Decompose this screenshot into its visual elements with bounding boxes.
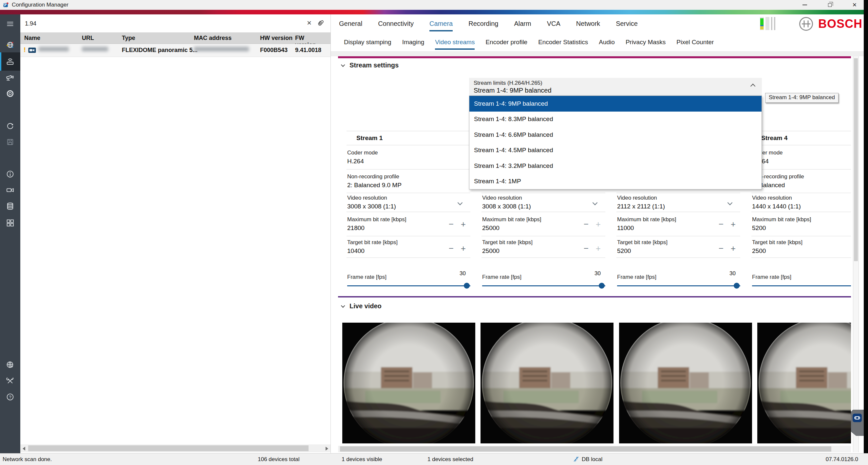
decrement-button[interactable]: − [584,220,589,228]
increment-button[interactable]: + [461,220,466,228]
slider-handle[interactable] [464,283,470,289]
non-recording-profile-value: 4: Balanced [752,181,851,189]
dropdown-option[interactable]: Stream 1-4: 9MP balanced [469,96,762,111]
bosch-logo: BOSCH [799,16,862,31]
decrement-button[interactable]: − [584,244,589,253]
minimize-button[interactable] [800,0,810,9]
chevron-down-icon [341,304,345,308]
menu-icon[interactable] [0,15,20,33]
bosch-anchor-icon [799,16,814,31]
live-video-header[interactable]: Live video [342,302,381,310]
slider-handle[interactable] [599,283,604,289]
remote-arrows-icon[interactable] [852,413,862,422]
main-vscrollbar[interactable] [853,56,859,452]
dropdown-option[interactable]: Stream 1-4: 8.3MP balanced [469,111,762,127]
device-panel-hscrollbar[interactable] [20,444,331,452]
tab-service[interactable]: Service [616,14,638,33]
hscroll-thumb[interactable] [28,445,309,451]
video-resolution-label: Video resolution [752,195,851,201]
increment-button[interactable]: + [731,244,736,253]
cctv-camera-icon[interactable] [0,68,20,87]
svg-text:?: ? [9,395,11,400]
db-local-label[interactable]: DB local [582,456,602,463]
decrement-button[interactable]: − [719,220,723,228]
video-resolution-value: 3008 x 3008 (1:1) [347,203,470,210]
coder-mode-label: Coder mode [347,150,470,156]
live-video-icon[interactable] [0,181,20,199]
settings-gear-icon[interactable] [0,85,20,103]
tab-vca[interactable]: VCA [547,14,560,33]
grid-icon[interactable] [0,214,20,232]
frame-rate-slider[interactable] [752,283,851,289]
device-table-header: Name URL Type MAC address HW version FW … [20,33,331,44]
devices-icon[interactable] [0,52,20,71]
frame-rate-slider[interactable] [347,283,470,289]
main-hscrollbar[interactable] [338,446,851,452]
subtab-imaging[interactable]: Imaging [402,33,425,52]
tab-network[interactable]: Network [576,14,600,33]
restore-button[interactable] [825,0,835,9]
device-hw-version: F000B543 [260,47,287,54]
search-input[interactable] [25,19,300,28]
subtab-video-streams[interactable]: Video streams [435,33,475,52]
slider-handle[interactable] [734,283,740,289]
tab-recording[interactable]: Recording [468,14,498,33]
frame-rate-slider[interactable] [617,283,740,289]
scroll-left-icon[interactable] [23,447,25,451]
increment-button[interactable]: + [596,244,601,253]
database-icon[interactable] [0,197,20,215]
increment-button[interactable]: + [731,220,736,228]
subtab-display-stamping[interactable]: Display stamping [344,33,392,52]
column-header-hw[interactable]: HW version [260,35,292,41]
close-button[interactable]: × [850,0,860,9]
paperclip-icon[interactable] [316,19,325,27]
tab-general[interactable]: General [339,14,362,33]
stream-settings-header[interactable]: Stream settings [342,62,399,69]
dropdown-option[interactable]: Stream 1-4: 1MP [469,174,762,190]
subtab-privacy-masks[interactable]: Privacy Masks [626,33,665,52]
save-icon[interactable] [0,133,20,151]
subtab-pixel-counter[interactable]: Pixel Counter [676,33,714,52]
subtab-encoder-profile[interactable]: Encoder profile [486,33,527,52]
dropdown-option[interactable]: Stream 1-4: 3.2MP balanced [469,158,762,174]
increment-button[interactable]: + [461,244,466,253]
column-header-type[interactable]: Type [122,35,135,41]
dropdown-option[interactable]: Stream 1-4: 4.5MP balanced [469,143,762,158]
tab-alarm[interactable]: Alarm [514,14,531,33]
tools-icon[interactable] [0,372,20,390]
scroll-right-icon[interactable] [326,447,328,451]
tab-camera[interactable]: Camera [429,14,453,33]
device-fw-version: 9.41.0018 [295,47,321,54]
main-pane: General Connectivity Camera Recording Al… [331,14,864,453]
clear-search-icon[interactable]: × [305,18,314,28]
hscroll-thumb[interactable] [340,446,831,452]
sub-tabs-row: Display stamping Imaging Video streams E… [331,33,864,52]
sidebar: ? [0,14,20,453]
tab-connectivity[interactable]: Connectivity [378,14,414,33]
network-scan-icon[interactable] [0,36,20,54]
vscroll-thumb[interactable] [854,58,858,261]
subtab-encoder-statistics[interactable]: Encoder Statistics [538,33,588,52]
increment-button[interactable]: + [596,220,601,228]
frame-rate-slider[interactable] [482,283,605,289]
remote-session-badge[interactable] [851,410,864,436]
decrement-button[interactable]: − [719,244,723,253]
chevron-up-icon[interactable] [750,84,756,89]
stream-limits-label: Stream limits (H.264/H.265) [474,80,542,87]
dropdown-option[interactable]: Stream 1-4: 6.6MP balanced [469,127,762,143]
non-recording-profile-value: 2: Balanced 9.0 MP [347,181,470,189]
status-bar: Network scan done. 106 devices total 1 d… [0,453,868,465]
column-header-mac[interactable]: MAC address [194,35,231,41]
decrement-button[interactable]: − [449,244,454,253]
web-icon[interactable] [0,356,20,374]
refresh-icon[interactable] [0,117,20,135]
decrement-button[interactable]: − [449,220,454,228]
subtab-audio[interactable]: Audio [599,33,615,52]
help-icon[interactable]: ? [0,388,20,406]
table-row[interactable]: ! FLEXIDOME panoramic 5... F000B543 9.41… [20,44,331,57]
stream-limits-dropdown[interactable]: Stream limits (H.264/H.265) Stream 1-4: … [469,78,762,96]
column-header-name[interactable]: Name [24,35,40,41]
max-bit-rate-label: Maximum bit rate [kbps] [752,216,851,223]
column-header-url[interactable]: URL [82,35,94,41]
info-icon[interactable] [0,165,20,183]
